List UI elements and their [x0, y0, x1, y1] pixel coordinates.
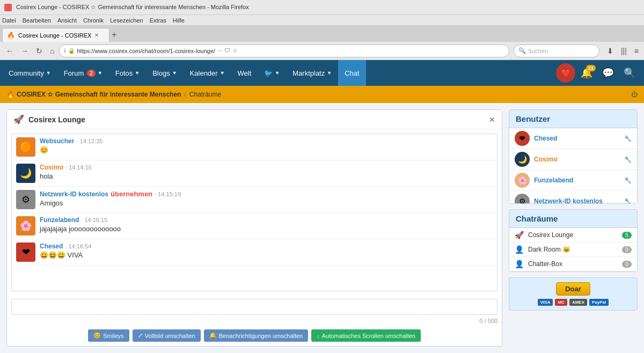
- message-avatar: 🌸: [16, 216, 35, 236]
- nav-marktplatz[interactable]: Marktplatz ▼: [286, 60, 338, 86]
- nav-search-button[interactable]: 🔍: [619, 65, 640, 81]
- message-author[interactable]: Funzelabend: [40, 216, 79, 224]
- chat-close-button[interactable]: ✕: [489, 115, 495, 124]
- menu-extras[interactable]: Extras: [150, 17, 166, 24]
- message-header: Netzwerk-ID kostenlos übernehmen· 14:15:…: [40, 190, 493, 198]
- menu-datei[interactable]: Datei: [2, 17, 16, 24]
- char-count: 0 / 500: [11, 317, 497, 325]
- auto-scroll-toggle-button[interactable]: ↓ Automatisches Scrollen umschalten: [311, 329, 421, 342]
- user-avatar: 🌙: [515, 152, 530, 167]
- menu-ansicht[interactable]: Ansicht: [57, 17, 77, 24]
- users-panel: Benutzer ❤Chesed🔧🌙Cosimo🔧🌸Funzelabend🔧⚙N…: [509, 109, 638, 204]
- nav-forum[interactable]: Forum 2 ▼: [57, 60, 109, 86]
- nav-fotos[interactable]: Fotos ▼: [109, 60, 146, 86]
- message-time: · 14:15:19: [155, 191, 181, 197]
- download-icon[interactable]: ⬇: [605, 46, 616, 56]
- donate-button[interactable]: Doar: [556, 282, 590, 296]
- home-button[interactable]: ⌂: [47, 45, 57, 57]
- message-author[interactable]: Cosimo: [40, 164, 63, 171]
- message-author[interactable]: Websucher: [40, 137, 74, 145]
- user-list-item: ⚙Netzwerk-ID kostenlos🔧: [509, 191, 637, 203]
- browser-right-icons: ⬇ ||| ≡: [605, 46, 641, 56]
- user-wrench-icon[interactable]: 🔧: [624, 135, 632, 142]
- nav-forum-label: Forum: [64, 69, 84, 77]
- breadcrumb-site[interactable]: 🔥 COSIREX ☆ Gemeinschaft für interessant…: [6, 91, 181, 98]
- nav-fotos-chevron: ▼: [135, 70, 140, 76]
- nav-chat[interactable]: Chat: [338, 60, 365, 86]
- chat-room-title: Cosirex Lounge: [28, 115, 85, 124]
- reload-button[interactable]: ↻: [33, 45, 45, 57]
- new-tab-button[interactable]: +: [112, 28, 116, 42]
- breadcrumb-site-icon: 🔥: [6, 91, 14, 98]
- bookmark-icon[interactable]: ☆: [232, 47, 238, 54]
- message-text: Amigos: [40, 199, 493, 207]
- scroll-down-icon: ↓: [317, 333, 320, 339]
- nav-welt-label: Welt: [238, 69, 252, 77]
- chat-toolbar: 😊 Smileys ⤢ Vollbild umschalten 🔔 Benach…: [7, 326, 502, 346]
- rooms-panel-title: Chaträume: [509, 210, 637, 228]
- tab-close-button[interactable]: ✕: [94, 32, 99, 38]
- forward-button[interactable]: →: [18, 45, 31, 57]
- user-name[interactable]: Netzwerk-ID kostenlos: [534, 197, 620, 203]
- room-count: 0: [622, 261, 632, 268]
- user-wrench-icon[interactable]: 🔧: [624, 198, 632, 204]
- chat-input[interactable]: [11, 299, 497, 315]
- info-icon: ℹ: [64, 48, 66, 54]
- room-list-item[interactable]: 👤Chatter-Box0: [509, 257, 637, 271]
- lock-icon: 🔒: [68, 48, 75, 54]
- nav-kalender[interactable]: Kalender ▼: [184, 60, 231, 86]
- message-header: Funzelabend· 14:16:15: [40, 216, 493, 224]
- message-body: Websucher· 14:12:35😊: [40, 137, 493, 154]
- user-name[interactable]: Funzelabend: [534, 176, 620, 184]
- chat-messages-container[interactable]: 🟠Websucher· 14:12:35😊🌙Cosimo· 14:14:16ho…: [11, 134, 497, 291]
- bookmarks-icon[interactable]: |||: [619, 46, 629, 56]
- nav-fotos-label: Fotos: [115, 69, 133, 77]
- tab-favicon: 🔥: [7, 32, 15, 39]
- menu-hilfe[interactable]: Hilfe: [173, 17, 185, 24]
- fullscreen-toggle-button[interactable]: ⤢ Vollbild umschalten: [133, 329, 201, 342]
- back-button[interactable]: ←: [3, 45, 16, 57]
- amex-icon: AMEX: [569, 299, 587, 306]
- notifications-button[interactable]: 🔔 11: [576, 65, 597, 81]
- chat-area: 🚀 Cosirex Lounge ✕ 🟠Websucher· 14:12:35😊…: [6, 109, 502, 347]
- message-author[interactable]: Netzwerk-ID kostenlos: [40, 190, 108, 198]
- smileys-button[interactable]: 😊 Smileys: [88, 329, 129, 342]
- menu-bearbeiten[interactable]: Bearbeiten: [23, 17, 51, 24]
- user-name[interactable]: Cosimo: [534, 156, 620, 163]
- menu-chronik[interactable]: Chronik: [83, 17, 104, 24]
- message-link[interactable]: übernehmen: [111, 190, 152, 198]
- more-icon[interactable]: ···: [217, 47, 222, 54]
- nav-welt[interactable]: Welt: [231, 60, 258, 86]
- nav-forum-badge: 2: [87, 70, 96, 77]
- menu-icon[interactable]: ≡: [632, 46, 641, 56]
- nav-blogs-chevron: ▼: [172, 70, 177, 76]
- menu-lesezeichen[interactable]: Lesezeichen: [110, 17, 143, 24]
- nav-community[interactable]: Community ▼: [2, 60, 57, 86]
- message-author[interactable]: Chesed: [40, 242, 63, 250]
- address-bar[interactable]: ℹ 🔒 https://www.cosirex.com/chat/room/1-…: [59, 45, 509, 57]
- chat-input-area: 0 / 500: [7, 296, 502, 326]
- search-bar[interactable]: 🔍 Suchen: [514, 45, 599, 57]
- message-item: 🌙Cosimo· 14:14:16hola: [12, 160, 497, 187]
- room-list-item[interactable]: 👤Dark Room 🐱0: [509, 242, 637, 257]
- nav-marktplatz-chevron: ▼: [327, 70, 332, 76]
- browser-menu-bar: Datei Bearbeiten Ansicht Chronik Lesezei…: [0, 15, 644, 26]
- browser-tab-active[interactable]: 🔥 Cosirex Lounge - COSIREX ✕: [2, 28, 109, 42]
- messages-button[interactable]: 💬: [598, 65, 618, 81]
- user-wrench-icon[interactable]: 🔧: [624, 156, 632, 163]
- message-avatar: 🟠: [16, 137, 35, 157]
- room-list-item[interactable]: 🚀Cosirex Lounge5: [509, 228, 637, 242]
- breadcrumb-bar: 🔥 COSIREX ☆ Gemeinschaft für interessant…: [0, 86, 644, 103]
- user-wrench-icon[interactable]: 🔧: [624, 177, 632, 184]
- nav-bird[interactable]: 🐦 ▼: [258, 60, 286, 86]
- nav-blogs[interactable]: Blogs ▼: [146, 60, 183, 86]
- message-time: · 14:14:16: [65, 164, 92, 171]
- notifications-toggle-button[interactable]: 🔔 Benachrichtigungen umschalten: [204, 329, 309, 342]
- message-header: Chesed· 14:16:54: [40, 242, 493, 250]
- user-name[interactable]: Chesed: [534, 135, 620, 142]
- room-name: Chatter-Box: [528, 260, 618, 268]
- nav-community-label: Community: [9, 69, 44, 77]
- message-text: hola: [40, 172, 493, 180]
- power-button[interactable]: ⏻: [631, 91, 638, 98]
- user-avatar[interactable]: ❤️: [556, 63, 575, 83]
